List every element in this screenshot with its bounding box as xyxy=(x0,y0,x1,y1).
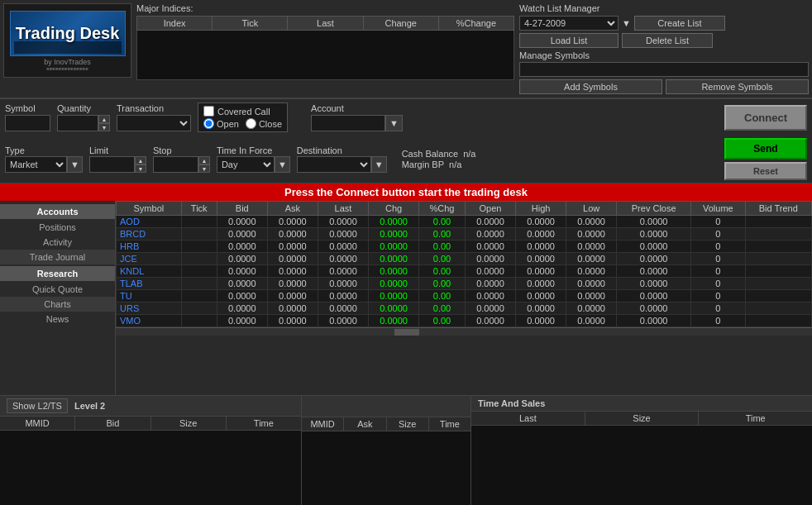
table-row[interactable]: AOD 0.0000 0.0000 0.0000 0.0000 0.00 0.0… xyxy=(117,216,812,228)
cell-volume: 0 xyxy=(691,241,745,253)
sidebar-item-activity[interactable]: Activity xyxy=(0,235,115,250)
sidebar-section-research: Research xyxy=(0,266,115,281)
table-row[interactable]: URS 0.0000 0.0000 0.0000 0.0000 0.00 0.0… xyxy=(117,303,812,315)
table-scrollbar[interactable] xyxy=(116,327,812,336)
symbol-input[interactable] xyxy=(5,115,50,131)
limit-up-arrow[interactable]: ▲ xyxy=(135,156,146,164)
cell-chg: 0.0000 xyxy=(369,216,419,228)
limit-input[interactable] xyxy=(89,156,135,173)
cell-tick xyxy=(181,290,217,303)
quantity-up-arrow[interactable]: ▲ xyxy=(98,115,110,123)
sidebar-item-trade-journal[interactable]: Trade Journal xyxy=(0,250,115,264)
watchlist-date-select[interactable]: 4-27-2009 xyxy=(519,16,619,31)
cash-balance-label: Cash Balance xyxy=(402,149,459,159)
indices-data-area xyxy=(136,31,514,80)
cell-pchg: 0.00 xyxy=(419,265,466,278)
col-open: Open xyxy=(465,202,515,216)
delete-list-button[interactable]: Delete List xyxy=(622,33,713,48)
type-select[interactable]: Market xyxy=(5,156,67,173)
col-bid-trend: Bid Trend xyxy=(745,202,811,216)
time-sales-content xyxy=(471,426,812,505)
stop-up-arrow[interactable]: ▲ xyxy=(198,156,210,164)
destination-label: Destination xyxy=(297,145,387,155)
load-list-button[interactable]: Load List xyxy=(519,33,619,48)
account-dropdown-button[interactable]: ▼ xyxy=(385,115,403,131)
cell-bid: 0.0000 xyxy=(217,303,267,315)
send-button[interactable]: Send xyxy=(724,138,807,160)
table-row[interactable]: VMO 0.0000 0.0000 0.0000 0.0000 0.00 0.0… xyxy=(117,315,812,327)
cell-chg: 0.0000 xyxy=(369,228,419,241)
cell-ask: 0.0000 xyxy=(267,216,318,228)
type-dropdown-icon[interactable]: ▼ xyxy=(67,156,83,173)
indices-panel: Major Indices: Index Tick Last Change %C… xyxy=(136,3,514,94)
sidebar-item-positions[interactable]: Positions xyxy=(0,220,115,235)
cell-pchg: 0.00 xyxy=(419,253,466,265)
cell-open: 0.0000 xyxy=(465,303,515,315)
ts-col-time: Time xyxy=(699,412,812,425)
cell-open: 0.0000 xyxy=(465,228,515,241)
cell-symbol: KNDL xyxy=(117,265,182,278)
cell-bid-trend xyxy=(745,216,811,228)
cell-high: 0.0000 xyxy=(516,253,566,265)
cell-last: 0.0000 xyxy=(318,290,368,303)
transaction-select[interactable] xyxy=(117,115,191,131)
connect-button[interactable]: Connect xyxy=(724,105,807,131)
destination-select[interactable] xyxy=(297,156,371,173)
cell-bid: 0.0000 xyxy=(217,216,267,228)
cell-low: 0.0000 xyxy=(566,303,617,315)
create-list-button[interactable]: Create List xyxy=(634,16,725,31)
col-symbol: Symbol xyxy=(117,202,182,216)
market-data-table: Symbol Tick Bid Ask Last Chg %Chg Open H… xyxy=(116,201,812,327)
tif-dropdown-icon[interactable]: ▼ xyxy=(275,156,290,173)
table-row[interactable]: TLAB 0.0000 0.0000 0.0000 0.0000 0.00 0.… xyxy=(117,278,812,290)
margin-bp-value: n/a xyxy=(449,160,461,169)
reset-button[interactable]: Reset xyxy=(724,162,807,180)
open-radio[interactable] xyxy=(203,118,214,129)
cell-bid: 0.0000 xyxy=(217,228,267,241)
covered-call-label: Covered Call xyxy=(217,107,270,117)
cell-tick xyxy=(181,241,217,253)
sidebar-item-news[interactable]: News xyxy=(0,312,115,326)
show-l2-ts-button[interactable]: Show L2/TS xyxy=(7,398,68,413)
limit-down-arrow[interactable]: ▼ xyxy=(135,164,146,173)
covered-call-checkbox[interactable] xyxy=(203,106,214,117)
stop-label: Stop xyxy=(153,145,210,155)
quantity-down-arrow[interactable]: ▼ xyxy=(98,123,110,131)
cell-open: 0.0000 xyxy=(465,290,515,303)
stop-down-arrow[interactable]: ▼ xyxy=(198,164,210,173)
table-row[interactable]: TU 0.0000 0.0000 0.0000 0.0000 0.00 0.00… xyxy=(117,290,812,303)
table-row[interactable]: BRCD 0.0000 0.0000 0.0000 0.0000 0.00 0.… xyxy=(117,228,812,241)
table-row[interactable]: KNDL 0.0000 0.0000 0.0000 0.0000 0.00 0.… xyxy=(117,265,812,278)
sidebar-item-charts[interactable]: Charts xyxy=(0,297,115,312)
cell-tick xyxy=(181,303,217,315)
sidebar-item-quick-quote[interactable]: Quick Quote xyxy=(0,282,115,297)
cell-ask: 0.0000 xyxy=(267,228,318,241)
cell-prev-close: 0.0000 xyxy=(617,315,691,327)
ts-col-size: Size xyxy=(585,412,700,425)
cell-bid: 0.0000 xyxy=(217,315,267,327)
cell-last: 0.0000 xyxy=(318,315,368,327)
cell-volume: 0 xyxy=(691,216,745,228)
add-symbols-button[interactable]: Add Symbols xyxy=(519,79,662,94)
stop-input[interactable] xyxy=(153,156,198,173)
remove-symbols-button[interactable]: Remove Symbols xyxy=(666,79,809,94)
quantity-input[interactable] xyxy=(57,115,98,131)
close-label: Close xyxy=(259,119,282,129)
cell-bid-trend xyxy=(745,290,811,303)
level2-bid-content xyxy=(0,431,301,505)
cell-chg: 0.0000 xyxy=(369,265,419,278)
manage-symbols-input[interactable] xyxy=(519,62,809,77)
cell-bid: 0.0000 xyxy=(217,290,267,303)
table-row[interactable]: HRB 0.0000 0.0000 0.0000 0.0000 0.00 0.0… xyxy=(117,241,812,253)
tif-select[interactable]: Day xyxy=(217,156,275,173)
cell-chg: 0.0000 xyxy=(369,290,419,303)
account-input[interactable] xyxy=(311,115,385,131)
destination-dropdown-icon[interactable]: ▼ xyxy=(371,156,387,173)
indices-label: Major Indices: xyxy=(136,3,514,13)
cell-symbol: HRB xyxy=(117,241,182,253)
table-row[interactable]: JCE 0.0000 0.0000 0.0000 0.0000 0.00 0.0… xyxy=(117,253,812,265)
main-content: Accounts Positions Activity Trade Journa… xyxy=(0,201,812,395)
cell-low: 0.0000 xyxy=(566,241,617,253)
data-table-container[interactable]: Symbol Tick Bid Ask Last Chg %Chg Open H… xyxy=(116,201,812,395)
close-radio[interactable] xyxy=(246,118,256,129)
